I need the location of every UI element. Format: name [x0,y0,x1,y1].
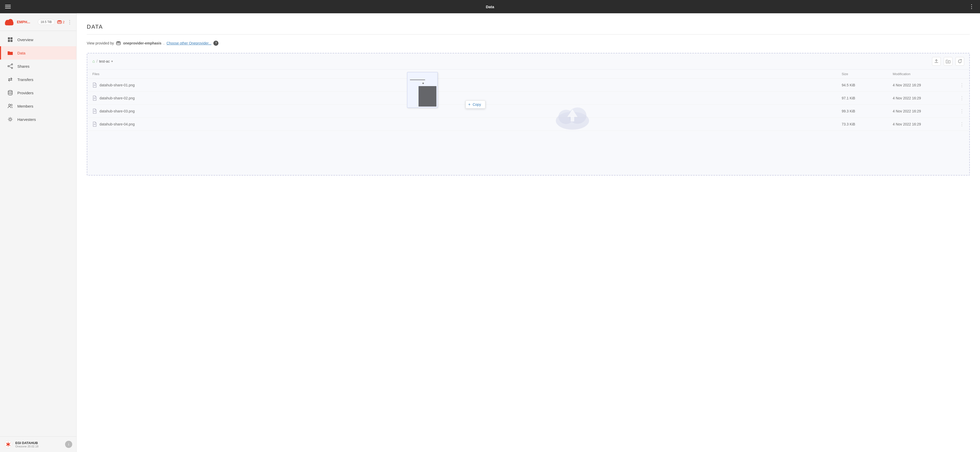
sidebar-footer: EGI DATAHUB Onezone 20.02.18 i [0,436,76,452]
file-icon [92,121,97,127]
home-icon[interactable]: ⌂ [92,59,95,64]
sidebar-item-data[interactable]: Data [0,46,76,59]
drag-ghost [407,72,438,108]
svg-line-22 [9,118,9,118]
transfer-icon [7,77,13,83]
menu-icon[interactable] [5,5,11,8]
file-name: datahub-share-01.png [100,83,135,87]
sidebar-item-members[interactable]: Members [0,99,76,113]
table-row: datahub-share-03.png 99.3 KiB 4 Nov 2022… [87,105,969,118]
main-layout: EMPH... 18.5 TiB 2 ⋮ Overview [0,13,980,452]
provider-db-icon [116,41,121,45]
provider-name: oneprovider-emphasis [123,41,161,45]
provider-label: View provided by [87,41,114,45]
file-list-header: Files Size Modification [87,70,969,79]
sidebar-more-button[interactable]: ⋮ [67,19,72,25]
file-name: datahub-share-04.png [100,122,135,126]
sidebar: EMPH... 18.5 TiB 2 ⋮ Overview [0,13,76,452]
database-icon [7,90,13,96]
file-size: 73.3 KiB [842,122,893,126]
sidebar-item-transfers[interactable]: Transfers [0,73,76,86]
copy-label: Copy [473,102,481,107]
choose-provider-link[interactable]: Choose other Oneprovider... [166,41,211,45]
row-more-button[interactable]: ⋮ [956,82,964,88]
copy-tooltip: + Copy [466,101,485,109]
file-modified: 4 Nov 2022 16:29 [893,109,956,113]
col-files: Files [92,72,842,76]
toolbar-actions [932,57,964,65]
topbar-title: Data [486,5,494,9]
sidebar-item-label: Overview [18,38,33,42]
file-modified: 4 Nov 2022 16:29 [893,122,956,126]
browser-toolbar: ⌂ / test-ac ▾ [87,53,969,70]
grid-icon [7,37,13,43]
info-button[interactable]: i [65,441,72,448]
sidebar-item-label: Providers [18,91,33,95]
members-icon [7,103,13,109]
breadcrumb-separator: / [97,59,97,64]
svg-point-27 [116,42,121,43]
col-size: Size [842,72,893,76]
file-modified: 4 Nov 2022 16:29 [893,96,956,100]
sidebar-item-label: Harvesters [18,117,36,121]
sidebar-brand: EMPH... [17,20,35,24]
svg-line-13 [9,66,11,68]
new-folder-button[interactable] [944,57,953,65]
svg-rect-7 [8,40,10,42]
upload-overlay [552,101,593,133]
copy-card: + Copy [466,101,485,109]
cloud-logo-icon [4,18,14,26]
svg-line-25 [9,120,9,121]
refresh-button[interactable] [956,57,964,65]
table-row: datahub-share-04.png 73.3 KiB 4 Nov 2022… [87,118,969,131]
svg-point-10 [11,67,13,69]
sidebar-header: EMPH... 18.5 TiB 2 ⋮ [0,13,76,31]
svg-point-4 [57,21,62,22]
sidebar-item-label: Members [18,104,33,109]
sidebar-item-label: Transfers [18,77,33,82]
svg-line-12 [9,65,11,66]
file-name: datahub-share-02.png [100,96,135,100]
page-title: DATA [87,24,970,30]
svg-point-17 [9,118,11,120]
stack-icon [57,20,62,24]
row-more-button[interactable]: ⋮ [956,109,964,114]
row-more-button[interactable]: ⋮ [956,121,964,127]
table-row: datahub-share-01.png 94.5 KiB 4 Nov 2022… [87,79,969,92]
file-size: 99.3 KiB [842,109,893,113]
svg-rect-6 [11,37,13,39]
file-modified: 4 Nov 2022 16:29 [893,83,956,87]
folder-icon [7,50,13,56]
svg-rect-8 [11,40,13,42]
footer-org-name: EGI DATAHUB [15,441,62,445]
file-name: datahub-share-03.png [100,109,135,113]
svg-point-9 [11,64,13,65]
svg-rect-3 [5,22,13,26]
chevron-down-icon[interactable]: ▾ [111,59,113,63]
svg-line-23 [11,120,12,121]
sidebar-menu: Overview Data Shares Trans [0,31,76,436]
db-badge: 2 [57,20,65,24]
divider [87,34,970,35]
svg-rect-42 [571,116,574,121]
file-size: 97.1 KiB [842,96,893,100]
sidebar-item-shares[interactable]: Shares [0,59,76,73]
sidebar-item-providers[interactable]: Providers [0,86,76,99]
col-modification: Modification [893,72,956,76]
content-area: DATA View provided by oneprovider-emphas… [76,13,980,452]
row-more-button[interactable]: ⋮ [956,95,964,101]
svg-line-24 [11,118,12,118]
table-row: datahub-share-02.png 97.1 KiB 4 Nov 2022… [87,92,969,105]
svg-point-15 [9,104,11,106]
breadcrumb: ⌂ / test-ac ▾ [92,59,930,64]
footer-logo-icon [4,440,12,449]
topbar-more-button[interactable]: ⋮ [969,3,975,10]
sidebar-item-label: Data [18,51,25,55]
svg-point-16 [11,104,12,106]
upload-button[interactable] [932,57,941,65]
sidebar-item-harvesters[interactable]: Harvesters [0,113,76,126]
sidebar-item-overview[interactable]: Overview [0,33,76,46]
file-icon [92,96,97,101]
help-icon[interactable]: ? [213,41,218,46]
file-icon [92,83,97,88]
